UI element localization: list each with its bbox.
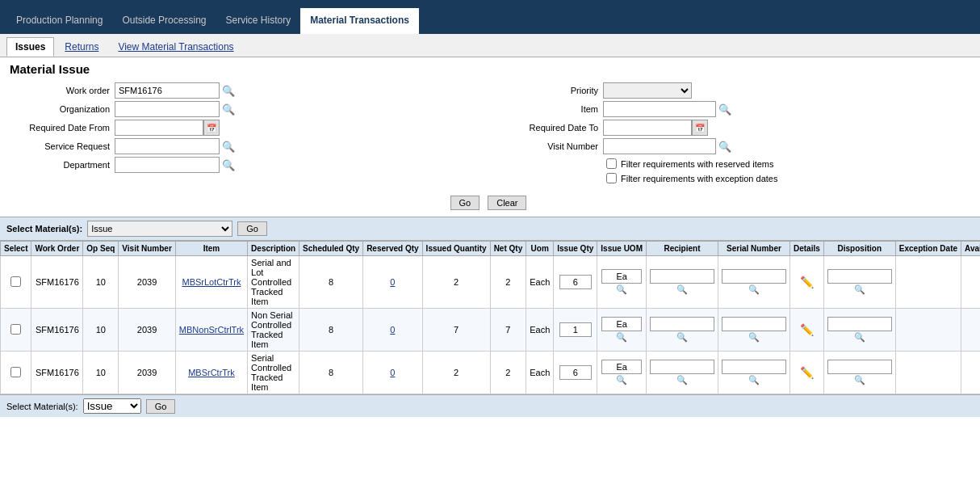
- form-action-buttons: Go Clear: [10, 192, 970, 213]
- row3-serial-number-input[interactable]: [722, 360, 786, 374]
- service-request-search-button[interactable]: 🔍: [220, 140, 237, 154]
- organization-search-button[interactable]: 🔍: [220, 103, 237, 116]
- row2-issue-uom-input[interactable]: [601, 317, 642, 331]
- row1-recipient-input[interactable]: [650, 269, 714, 284]
- row1-serial-number-input[interactable]: [722, 269, 786, 284]
- row3-issue-uom-search-button[interactable]: 🔍: [614, 374, 630, 386]
- col-header-issue-uom: Issue UOM: [597, 242, 647, 256]
- row3-disposition-search-button[interactable]: 🔍: [852, 374, 868, 386]
- row3-issue-qty-input[interactable]: [559, 365, 592, 380]
- col-header-work-order: Work Order: [31, 242, 83, 256]
- row2-exception-date: [895, 309, 961, 352]
- item-search-button[interactable]: 🔍: [716, 103, 734, 116]
- row2-serial-search-button[interactable]: 🔍: [746, 331, 762, 343]
- row2-select-checkbox[interactable]: [10, 324, 21, 335]
- row3-recipient-search-button[interactable]: 🔍: [674, 374, 690, 386]
- row3-disposition-input[interactable]: [827, 360, 892, 374]
- row1-reserved-qty: 0: [363, 256, 422, 309]
- visit-number-search-button[interactable]: 🔍: [716, 140, 734, 154]
- tab-view-material-transactions[interactable]: View Material Transactions: [109, 37, 242, 57]
- row1-item[interactable]: MBSrLotCtrTrk: [175, 256, 247, 309]
- visit-number-input[interactable]: [603, 138, 716, 154]
- row2-details-pencil-icon[interactable]: ✏️: [800, 323, 814, 336]
- row3-uom: Each: [526, 352, 554, 394]
- col-header-net-qty: Net Qty: [490, 242, 526, 256]
- col-header-description: Description: [248, 242, 299, 256]
- tab-issues[interactable]: Issues: [6, 37, 54, 57]
- row1-disposition-search-button[interactable]: 🔍: [852, 284, 868, 296]
- right-form-column: Priority High Medium Low Item 🔍 Required…: [498, 82, 970, 189]
- col-header-select: Select: [1, 242, 31, 256]
- row1-serial-search-button[interactable]: 🔍: [746, 284, 762, 296]
- row3-visit-number: 2039: [119, 352, 176, 394]
- row1-uom: Each: [526, 256, 554, 309]
- filter-reserved-checkbox[interactable]: [606, 158, 617, 169]
- required-date-to-calendar-button[interactable]: 📅: [692, 120, 708, 136]
- row3-serial-search-button[interactable]: 🔍: [746, 374, 762, 386]
- department-input[interactable]: [115, 157, 220, 173]
- row1-exception-date: [895, 256, 961, 309]
- nav-item-service-history[interactable]: Service History: [216, 8, 300, 34]
- col-header-serial-number: Serial Number: [718, 242, 789, 256]
- required-date-to-input[interactable]: [603, 120, 692, 136]
- nav-item-outside-processing[interactable]: Outside Processing: [112, 8, 216, 34]
- page-title: Material Issue: [0, 57, 980, 79]
- select-materials-top-dropdown[interactable]: Issue Return Transfer: [87, 221, 232, 237]
- row1-op-seq: 10: [83, 256, 119, 309]
- table-go-button-top[interactable]: Go: [237, 221, 267, 236]
- row2-item[interactable]: MBNonSrCtrlTrk: [175, 309, 247, 352]
- col-header-reserved-qty: Reserved Qty: [363, 242, 422, 256]
- clear-button[interactable]: Clear: [488, 196, 526, 210]
- required-date-from-input[interactable]: [115, 120, 203, 136]
- row2-disposition-input[interactable]: [827, 317, 892, 331]
- work-order-input[interactable]: [115, 82, 220, 99]
- table-toolbar-top: Select Material(s): Issue Return Transfe…: [0, 217, 980, 241]
- row1-details-pencil-icon[interactable]: ✏️: [800, 276, 814, 288]
- row3-details-pencil-icon[interactable]: ✏️: [800, 366, 814, 379]
- service-request-label: Service Request: [10, 141, 115, 151]
- row1-disposition-input[interactable]: [827, 269, 892, 284]
- filter-exception-label: Filter requirements with exception dates: [621, 174, 777, 183]
- row1-issue-uom-search-button[interactable]: 🔍: [614, 284, 630, 296]
- row3-issued-quantity: 2: [422, 352, 490, 394]
- row2-recipient-input[interactable]: [650, 317, 714, 331]
- row1-issued-quantity: 2: [422, 256, 490, 309]
- row3-description: Serial Controlled Tracked Item: [248, 352, 299, 394]
- row2-serial-number-input[interactable]: [722, 317, 786, 331]
- table-row: SFM16176 10 2039 MBSrLotCtrTrk Serial an…: [1, 256, 981, 309]
- row1-issue-uom-input[interactable]: [601, 269, 642, 284]
- row2-disposition-search-button[interactable]: 🔍: [852, 331, 868, 343]
- go-button[interactable]: Go: [450, 196, 480, 210]
- work-order-search-button[interactable]: 🔍: [220, 84, 237, 98]
- row3-recipient-input[interactable]: [650, 360, 714, 374]
- col-header-issued-quantity: Issued Quantity: [422, 242, 490, 256]
- row2-issue-qty-input[interactable]: [559, 322, 592, 337]
- row2-op-seq: 10: [83, 309, 119, 352]
- row3-select-checkbox[interactable]: [10, 367, 21, 377]
- organization-input[interactable]: [115, 101, 220, 117]
- row2-recipient-search-button[interactable]: 🔍: [674, 331, 690, 343]
- priority-select[interactable]: High Medium Low: [603, 82, 692, 99]
- row3-exception-date: [895, 352, 961, 394]
- filter-exception-checkbox[interactable]: [606, 173, 617, 183]
- row3-item[interactable]: MBSrCtrTrk: [175, 352, 247, 394]
- department-search-button[interactable]: 🔍: [220, 158, 237, 172]
- row1-select-checkbox[interactable]: [10, 276, 21, 287]
- col-header-disposition: Disposition: [823, 242, 895, 256]
- tab-returns[interactable]: Returns: [56, 37, 107, 57]
- nav-item-production-planning[interactable]: Production Planning: [6, 8, 112, 34]
- table-go-button-bottom[interactable]: Go: [146, 399, 176, 414]
- select-materials-bottom-dropdown[interactable]: Issue Return Transfer: [83, 398, 141, 414]
- row3-scheduled-qty: 8: [299, 352, 363, 394]
- row3-issue-uom-input[interactable]: [601, 360, 642, 374]
- required-date-from-calendar-button[interactable]: 📅: [203, 120, 220, 136]
- nav-item-material-transactions[interactable]: Material Transactions: [300, 8, 419, 34]
- item-input[interactable]: [603, 101, 716, 117]
- work-order-label: Work order: [10, 86, 115, 95]
- row1-work-order: SFM16176: [31, 256, 83, 309]
- row2-issue-uom-search-button[interactable]: 🔍: [614, 331, 630, 343]
- service-request-input[interactable]: [115, 138, 220, 154]
- row1-issue-qty-input[interactable]: [559, 275, 592, 289]
- row1-recipient-search-button[interactable]: 🔍: [674, 284, 690, 296]
- data-table-container: Select Work Order Op Seq Visit Number It…: [0, 241, 980, 394]
